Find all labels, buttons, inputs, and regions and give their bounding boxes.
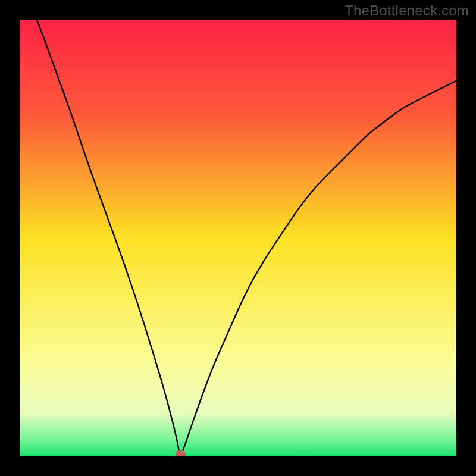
- chart-frame: TheBottleneck.com: [0, 0, 476, 476]
- bottleneck-curve: [20, 20, 456, 456]
- watermark-text: TheBottleneck.com: [345, 2, 469, 19]
- plot-area: [20, 20, 456, 456]
- min-marker: [176, 450, 186, 456]
